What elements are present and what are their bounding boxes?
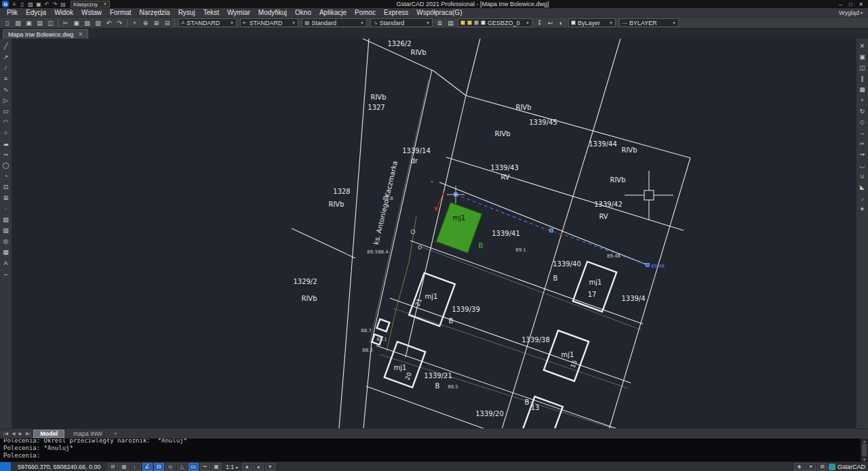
map-label[interactable]: B <box>435 382 440 390</box>
map-label[interactable]: B <box>479 242 484 249</box>
document-tab[interactable]: Mapa Inw Bolewice.dwg✕ <box>3 29 88 39</box>
scale-readout[interactable]: 1:1 ▾ <box>223 464 241 470</box>
layer-isolate-icon[interactable]: ◐ <box>556 18 566 28</box>
parcel-boundary-line[interactable] <box>466 96 690 158</box>
add-layout-icon[interactable]: + <box>111 430 120 437</box>
gstarcad-button[interactable] <box>0 462 11 471</box>
map-label[interactable]: 89.46 <box>651 264 665 269</box>
map-label[interactable]: B <box>525 398 530 406</box>
menu-modyfikuj[interactable]: Modyfikuj <box>254 8 291 17</box>
map-label[interactable]: 1326/2 <box>387 40 411 47</box>
lwt-icon[interactable]: ━ <box>200 463 210 471</box>
xline-icon[interactable]: ⁄ <box>1 62 12 73</box>
dyn-icon[interactable]: ▭ <box>189 463 199 471</box>
map-label[interactable]: 1339/44 <box>589 140 617 148</box>
rotate-icon[interactable]: ↻ <box>857 106 868 116</box>
arc-icon[interactable]: ◠ <box>1 117 12 127</box>
trim-icon[interactable]: ✂ <box>857 138 868 148</box>
map-label[interactable]: RIVb <box>610 176 625 184</box>
building-mj1-17[interactable] <box>573 262 616 312</box>
spline-icon[interactable]: ∾ <box>1 149 12 159</box>
map-label[interactable]: mj1 <box>425 293 438 300</box>
menu-format[interactable]: Format <box>106 8 136 17</box>
mline-icon[interactable]: ≡ <box>1 73 12 83</box>
map-label[interactable]: RIVb <box>515 104 531 111</box>
ray-icon[interactable]: ↗ <box>1 52 12 62</box>
color-combo[interactable]: ByLayer▼ <box>568 18 616 27</box>
parcel-boundary-line[interactable] <box>363 342 372 428</box>
extend-icon[interactable]: ⇒ <box>857 149 868 159</box>
map-label[interactable]: 88.1 <box>376 337 387 342</box>
stretch-icon[interactable]: → <box>857 127 868 138</box>
menu-widok[interactable]: Widok <box>50 8 77 17</box>
map-label[interactable]: 1328 <box>333 188 350 195</box>
parcel-boundary-line[interactable] <box>434 71 466 96</box>
drawing-canvas[interactable]: 1326/2RIVbRIVb1327RIVb1339/45RIVb1339/44… <box>12 39 856 428</box>
menu-współpraca-g-[interactable]: Współpraca(G) <box>412 8 466 17</box>
map-label[interactable]: 86.4 <box>378 249 389 255</box>
map-label[interactable]: ks. Antoniego Kaczmarka <box>372 160 399 245</box>
layout-nav-icon[interactable]: ▶| <box>25 431 31 436</box>
building-mj1-green[interactable] <box>436 202 482 253</box>
annotation-visibility-icon[interactable]: ▴ <box>254 463 264 471</box>
mleader-style-combo[interactable]: ↘Standard▼ <box>370 18 433 27</box>
linetype-combo[interactable]: —BYLAYER▼ <box>619 18 679 27</box>
mirror-icon[interactable]: ◫ <box>857 62 868 73</box>
move-icon[interactable]: + <box>857 95 868 105</box>
shed[interactable] <box>377 319 390 331</box>
map-label[interactable]: 89.1 <box>515 247 526 253</box>
map-label[interactable]: 88.7 <box>361 328 372 333</box>
menu-tekst[interactable]: Tekst <box>199 8 223 17</box>
undo-icon[interactable]: ↶ <box>43 1 51 8</box>
scale-icon[interactable]: ◇ <box>857 117 868 127</box>
map-label[interactable]: RIVb <box>328 201 344 208</box>
map-label[interactable]: 1339/38 <box>521 336 550 344</box>
layout-nav-icon[interactable]: ▶ <box>18 431 23 436</box>
grid-icon[interactable]: ▦ <box>119 463 130 471</box>
tray-settings-icon[interactable]: ▾ <box>806 463 816 471</box>
building-mj1-17-outline[interactable] <box>573 262 616 312</box>
map-label[interactable]: 20 <box>404 371 413 381</box>
polar-icon[interactable]: ∠ <box>142 463 153 471</box>
map-label[interactable]: 89.48 <box>607 253 620 259</box>
parcel-boundary-line[interactable] <box>466 39 480 96</box>
text-style-combo[interactable]: ASTANDARD▼ <box>178 18 237 27</box>
ducs-icon[interactable]: △ <box>177 463 187 471</box>
map-label[interactable]: mj1 <box>589 279 602 286</box>
revcloud-icon[interactable]: ☁ <box>1 138 12 148</box>
parcel-boundary-line[interactable] <box>292 228 355 258</box>
scrollbar-thumb[interactable] <box>862 444 867 456</box>
command-line-panel[interactable]: Polecenia: Określ przeciwległy narożnik:… <box>0 438 868 462</box>
layer-states-icon[interactable]: ▤ <box>446 18 456 28</box>
map-label[interactable]: 1339/42 <box>594 201 623 208</box>
osnap-icon[interactable]: ⊡ <box>154 463 164 471</box>
map-label[interactable]: RIVb <box>494 130 510 138</box>
explode-icon[interactable]: ∗ <box>857 203 868 213</box>
point-symbol[interactable] <box>411 230 415 234</box>
menu-narzędzia[interactable]: Narzędzia <box>136 8 174 17</box>
point-icon[interactable]: · <box>1 203 12 213</box>
map-label[interactable]: RV <box>500 173 509 181</box>
match-properties-icon[interactable]: ▥ <box>93 18 103 28</box>
clean-screen-icon[interactable]: ⊠ <box>817 463 827 471</box>
autoscale-icon[interactable]: ▾ <box>265 463 275 471</box>
open-file-icon[interactable]: ▨ <box>13 18 23 28</box>
map-label[interactable]: 1327 <box>368 104 384 111</box>
make-block-icon[interactable]: ⊞ <box>1 192 12 203</box>
otrack-icon[interactable]: ◎ <box>165 463 176 471</box>
map-label[interactable]: 1339/41 <box>492 230 520 237</box>
line-icon[interactable]: ╱ <box>1 41 12 51</box>
scroll-up-icon[interactable]: ▲ <box>863 438 866 443</box>
parcel-boundary-line[interactable] <box>390 298 631 383</box>
menu-rysuj[interactable]: Rysuj <box>174 8 199 17</box>
map-label[interactable]: 88.3 <box>362 348 373 353</box>
map-label[interactable]: 1339/45 <box>529 119 557 126</box>
minimize-button[interactable]: – <box>835 1 846 8</box>
layer-properties-icon[interactable]: ≣ <box>435 18 445 28</box>
zoom-realtime-icon[interactable]: ⊕ <box>140 18 151 28</box>
map-label[interactable]: RV <box>599 213 608 220</box>
layout-tab-mapa-inw[interactable]: mapa INW <box>66 430 109 438</box>
undo-icon[interactable]: ↶ <box>104 18 114 28</box>
array-icon[interactable]: ▦ <box>857 84 868 94</box>
map-label[interactable]: 1339/39 <box>452 306 480 313</box>
